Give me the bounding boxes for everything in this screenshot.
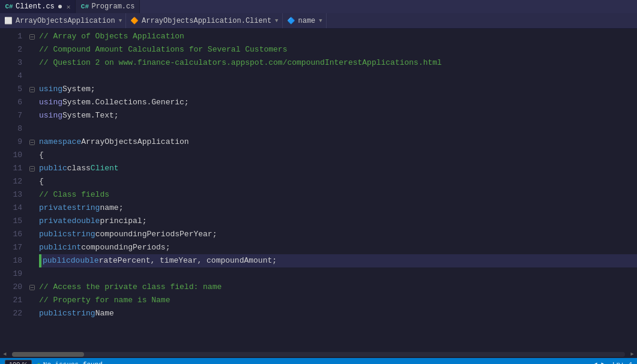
zoom-button[interactable]: 100 % <box>5 360 32 364</box>
nav-arrows-item[interactable]: ◄ ► <box>593 361 605 364</box>
token: public <box>39 162 67 175</box>
tab-program[interactable]: C# Program.cs <box>76 0 140 13</box>
token: Client <box>91 162 119 175</box>
scroll-left[interactable]: ◄ <box>0 351 10 358</box>
code-line-13: // Class fields <box>39 188 637 201</box>
code-line-7: using System.Text; <box>39 109 637 122</box>
scroll-bar[interactable]: ◄ ► <box>0 351 637 358</box>
tab-client-dot <box>58 5 62 8</box>
collapse-empty-17 <box>27 241 37 254</box>
title-bar: C# Client.cs ✕ C# Program.cs <box>0 0 637 13</box>
health-text: No issues found <box>43 361 103 364</box>
code-line-1: // Array of Objects Application <box>39 30 637 43</box>
code-line-3: // Question 2 on www.finance-calculators… <box>39 56 637 70</box>
editor: 12345678910111213141516171819202122 // A… <box>0 29 637 351</box>
token: double <box>72 215 100 228</box>
line-num-14: 14 <box>2 201 22 215</box>
code-line-4 <box>39 70 637 83</box>
status-right: ◄ ► Ln: 4 <box>593 361 632 364</box>
class-icon: 🔶 <box>130 16 139 26</box>
line-num-1: 1 <box>2 30 22 43</box>
collapse-empty-18 <box>27 254 37 267</box>
token: compoundingPeriodsPerYear; <box>95 228 217 241</box>
line-num-6: 6 <box>2 96 22 109</box>
collapse-empty-16 <box>27 228 37 241</box>
nav-class-dropdown[interactable]: 🔶 ArrayObjectsApplication.Client ▼ <box>126 13 282 28</box>
token: using <box>39 83 62 96</box>
token: namespace <box>39 136 81 149</box>
line-numbers: 12345678910111213141516171819202122 <box>0 29 27 351</box>
code-line-16: public string compoundingPeriodsPerYear; <box>39 228 637 241</box>
line-num-9: 9 <box>2 136 22 149</box>
collapse-empty-22 <box>27 307 37 320</box>
token: // Question 2 on www.finance-calculators… <box>39 56 442 70</box>
line-num-4: 4 <box>2 70 22 83</box>
token: Name <box>95 307 114 320</box>
token: string <box>67 307 95 320</box>
token: ratePercent, timeYear, compoundAmount; <box>99 254 277 267</box>
collapse-empty-6 <box>27 96 37 109</box>
collapse-btn-1[interactable] <box>27 30 37 43</box>
token: ArrayObjectsApplication <box>81 136 189 149</box>
code-line-21: // Property for name is Name <box>39 294 637 307</box>
token: public <box>39 307 67 320</box>
code-line-18: public double ratePercent, timeYear, com… <box>39 254 637 267</box>
collapse-empty-4 <box>27 70 37 83</box>
code-line-10: { <box>39 149 637 162</box>
collapse-empty-14 <box>27 201 37 215</box>
line-num-7: 7 <box>2 109 22 122</box>
token: using <box>39 96 62 109</box>
line-num-3: 3 <box>2 56 22 70</box>
tab-client-close[interactable]: ✕ <box>67 3 71 11</box>
line-num-17: 17 <box>2 241 22 254</box>
scroll-right[interactable]: ► <box>627 351 637 358</box>
health-item[interactable]: ● No issues found <box>37 361 103 364</box>
nav-namespace-label: ArrayObjectsApplication <box>16 17 115 25</box>
code-line-11: public class Client <box>39 162 637 175</box>
nav-bar: ⬜ ArrayObjectsApplication ▼ 🔶 ArrayObjec… <box>0 13 637 29</box>
line-num-18: 18 <box>2 254 22 267</box>
collapse-btn-11[interactable] <box>27 162 37 175</box>
tab-client[interactable]: C# Client.cs ✕ <box>0 0 76 13</box>
collapse-btn-20[interactable] <box>27 281 37 294</box>
nav-namespace-dropdown[interactable]: ⬜ ArrayObjectsApplication ▼ <box>0 13 126 28</box>
namespace-icon: ⬜ <box>4 16 13 26</box>
nav-member-dropdown[interactable]: 🔷 name ▼ <box>283 13 327 28</box>
collapse-empty-10 <box>27 149 37 162</box>
token: // Class fields <box>39 188 109 201</box>
collapse-empty-21 <box>27 294 37 307</box>
token: principal; <box>100 215 146 228</box>
tab-program-label: Program.cs <box>91 2 134 11</box>
code-line-2: // Compound Amount Calculations for Seve… <box>39 43 637 56</box>
nav-class-arrow: ▼ <box>275 18 278 24</box>
line-num-16: 16 <box>2 228 22 241</box>
collapse-empty-3 <box>27 56 37 70</box>
code-content[interactable]: // Array of Objects Application// Compou… <box>37 29 637 351</box>
nav-class-label: ArrayObjectsApplication.Client <box>142 17 271 25</box>
token: // Access the private class field: name <box>39 281 222 294</box>
token: int <box>67 241 81 254</box>
token: // Property for name is Name <box>39 294 170 307</box>
token: // Array of Objects Application <box>39 30 184 43</box>
token: private <box>39 215 72 228</box>
scroll-thumb[interactable] <box>12 352 84 357</box>
token: double <box>71 254 99 267</box>
line-num-21: 21 <box>2 294 22 307</box>
status-left: 100 % ● No issues found <box>5 360 103 364</box>
token: public <box>43 254 71 267</box>
token: using <box>39 109 62 122</box>
token: class <box>67 162 91 175</box>
collapse-btn-9[interactable] <box>27 136 37 149</box>
zoom-item[interactable]: 100 % <box>5 360 32 364</box>
code-line-6: using System.Collections.Generic; <box>39 96 637 109</box>
code-line-8 <box>39 122 637 136</box>
scroll-track[interactable] <box>12 352 625 357</box>
line-num-11: 11 <box>2 162 22 175</box>
cs-icon: C# <box>5 2 13 11</box>
collapse-btn-5[interactable] <box>27 83 37 96</box>
collapse-empty-7 <box>27 109 37 122</box>
code-line-22: public string Name <box>39 307 637 320</box>
token: private <box>39 201 72 215</box>
code-line-19 <box>39 267 637 281</box>
change-indicator <box>39 254 41 267</box>
